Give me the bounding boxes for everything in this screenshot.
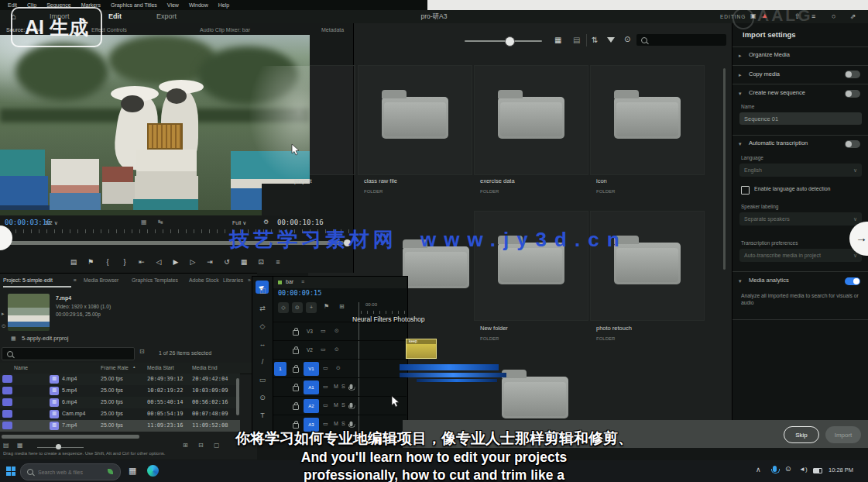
folder-tile-project[interactable] <box>308 65 355 175</box>
timeline-ruler[interactable] <box>361 311 406 314</box>
transport-button[interactable]: ▷ <box>184 258 201 266</box>
transport-button[interactable]: ↺ <box>218 258 235 266</box>
table-vscrollbar[interactable] <box>236 378 239 415</box>
auto-detect-label[interactable]: Enable language auto detection <box>754 186 830 192</box>
track-v1[interactable]: 1 V1 ▭⊙ <box>273 359 407 378</box>
transport-button[interactable]: ⚑ <box>82 258 99 266</box>
analytics-toggle[interactable] <box>845 277 860 285</box>
transport-button[interactable]: ⇤ <box>133 258 150 266</box>
chevron-right-icon[interactable]: ▸ <box>739 53 742 59</box>
panel-menu-icon[interactable]: ≡ <box>301 279 304 285</box>
menu-item[interactable]: Graphics and Titles <box>111 2 157 8</box>
clip-thumbnail[interactable] <box>8 294 50 331</box>
track-a1[interactable]: A1 ▭MS <box>273 377 407 397</box>
tool-button[interactable]: ↔ <box>252 340 273 348</box>
analytics-label[interactable]: Media analytics <box>749 277 789 284</box>
col-media-start[interactable]: Media Start <box>147 365 174 370</box>
table-row[interactable]: ▥ 5.mp4 25.00 fps 10:02:19:22 10:03:09:0… <box>0 385 240 397</box>
transport-button[interactable]: ▶ <box>167 258 184 266</box>
transport-button[interactable]: ⊡ <box>252 258 269 266</box>
chevron-down-icon[interactable]: ▾ <box>739 91 742 97</box>
transport-button[interactable]: ≡ <box>269 258 286 266</box>
bins-search-box[interactable] <box>636 34 726 46</box>
menu-item[interactable]: Help <box>218 2 229 8</box>
language-select[interactable]: English∨ <box>739 164 862 177</box>
list-view-icon[interactable]: ▤ <box>573 36 580 44</box>
project-search-box[interactable] <box>2 347 135 360</box>
col-name[interactable]: Name <box>14 365 28 370</box>
folder-tile[interactable] <box>358 65 472 175</box>
create-sequence-label[interactable]: Create new sequence <box>749 90 805 96</box>
clip-check-icon[interactable] <box>2 398 12 406</box>
organize-media-label[interactable]: Organize Media <box>749 52 790 58</box>
tool-button[interactable]: ▭ <box>252 376 273 384</box>
clip-check-icon[interactable] <box>2 375 12 383</box>
settings-icon[interactable]: ▦ <box>141 219 147 226</box>
sort-icon[interactable]: ⇅ <box>592 36 598 44</box>
fit-select[interactable]: Full ∨ <box>232 220 246 226</box>
chevron-right-icon[interactable]: ▸ <box>739 72 742 78</box>
zoom-slider-handle[interactable] <box>505 36 515 46</box>
project-file-name[interactable]: 5-apply-edit.prproj <box>22 336 68 342</box>
compare-icon[interactable]: ↹ <box>158 219 163 226</box>
timeline-tab[interactable]: bar <box>286 279 293 285</box>
transport-button[interactable]: ◁ <box>150 258 167 266</box>
transport-button[interactable]: { <box>99 258 116 266</box>
track-v3[interactable]: V3 ▭⊙ <box>273 322 407 341</box>
timeline-clip-yellow[interactable]: keep <box>406 339 437 359</box>
tab-adobe-stock[interactable]: Adobe Stock <box>189 277 219 283</box>
flag-icon[interactable]: ⚑ <box>324 304 329 311</box>
tool-button[interactable]: ⇄ <box>252 305 273 312</box>
transport-button[interactable]: ⇥ <box>201 258 218 266</box>
chevron-down-icon[interactable]: ▾ <box>739 141 742 147</box>
tab-project[interactable]: Project: 5-simple-edit <box>3 277 53 283</box>
tool-button[interactable]: ◫ <box>252 287 273 294</box>
folder-tile[interactable] <box>474 65 588 175</box>
panel-menu-icon[interactable]: ≡ <box>74 277 77 283</box>
tool-button[interactable]: / <box>252 358 273 366</box>
grid-view-icon[interactable]: ▦ <box>554 36 561 44</box>
transcription-label[interactable]: Automatic transcription <box>749 140 808 146</box>
tab-media-browser[interactable]: Media Browser <box>84 277 118 283</box>
create-sequence-toggle[interactable] <box>845 90 860 98</box>
speaker-select[interactable]: Separate speakers∨ <box>739 212 862 226</box>
wrench-icon[interactable]: ⚙ <box>263 219 269 226</box>
tool-button[interactable]: ⊙ <box>252 394 273 401</box>
tab-audio-clip-mixer[interactable]: Audio Clip Mixer: bar <box>200 27 250 33</box>
preview-play-icon[interactable]: ▸ <box>2 311 5 317</box>
track-v2[interactable]: V2 ▭⊙ <box>273 340 407 360</box>
table-row[interactable]: ▥ Cam.mp4 25.00 fps 00:05:54:19 00:07:48… <box>0 408 240 420</box>
tab-overflow-icon[interactable]: » <box>248 277 251 283</box>
pref-select[interactable]: Auto-transcribe media in project∨ <box>739 249 862 262</box>
bell-icon[interactable]: ○ <box>832 13 835 21</box>
transport-button[interactable]: ▦ <box>235 258 252 266</box>
auto-detect-checkbox[interactable] <box>741 186 750 195</box>
snap-button[interactable]: ◇ <box>278 302 289 313</box>
tool-button[interactable]: T <box>252 411 273 419</box>
table-row[interactable]: ▥ 4.mp4 25.00 fps 20:49:39:12 20:49:42:0… <box>0 374 240 385</box>
copy-media-label[interactable]: Copy media <box>749 71 780 77</box>
settings-wrench-icon[interactable]: ⊞ <box>339 304 345 311</box>
link-button[interactable]: ⊙ <box>292 302 303 313</box>
menu-item[interactable]: View <box>167 2 179 8</box>
transcription-toggle[interactable] <box>845 140 860 148</box>
menu-item[interactable]: Window <box>189 2 208 8</box>
copy-media-toggle[interactable] <box>845 71 860 78</box>
marker-button[interactable]: + <box>306 302 317 313</box>
track-a2[interactable]: A2 ▭MS <box>273 396 407 415</box>
zoom-slider[interactable] <box>465 40 542 42</box>
transport-button[interactable]: } <box>116 258 133 266</box>
preview-loop-icon[interactable]: ⊙ <box>2 323 6 329</box>
sequence-name-input[interactable] <box>739 112 862 125</box>
expand-icon[interactable]: ⇗ <box>850 13 856 21</box>
tool-button[interactable]: ◇ <box>252 322 273 330</box>
clip-check-icon[interactable] <box>2 410 12 418</box>
chevron-down-icon[interactable]: ▾ <box>739 278 742 284</box>
filter-icon[interactable] <box>607 37 615 43</box>
eye-icon[interactable]: ⊙ <box>624 35 630 43</box>
bins-scrollbar[interactable] <box>723 68 726 270</box>
tab-libraries[interactable]: Libraries <box>223 277 243 283</box>
tab-graphics-templates[interactable]: Graphics Templates <box>132 277 178 283</box>
col-frame-rate[interactable]: Frame Rate <box>101 365 129 370</box>
folder-icon[interactable] <box>502 377 568 418</box>
